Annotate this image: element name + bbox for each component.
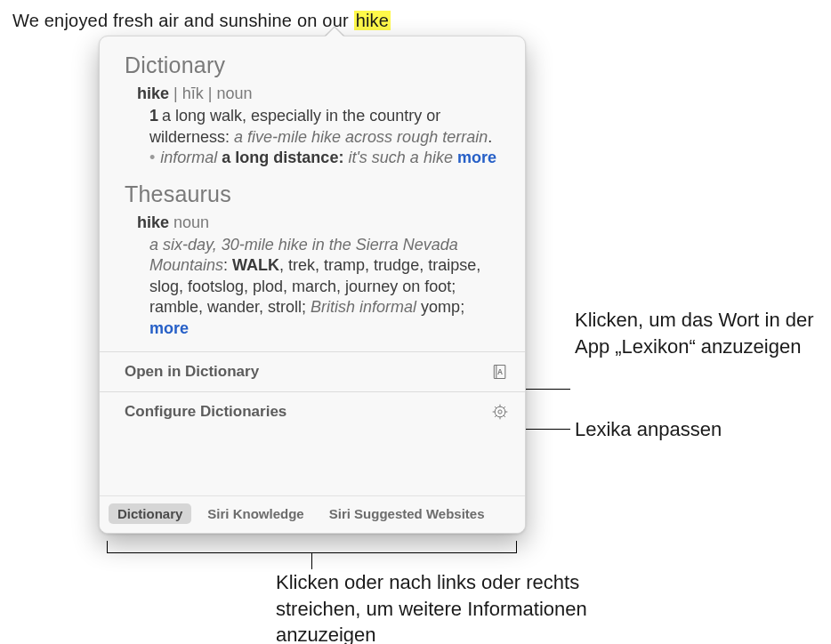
dictionary-app-icon: A — [491, 363, 509, 381]
svg-line-11 — [495, 415, 496, 417]
highlighted-word: hike — [354, 11, 391, 30]
svg-text:A: A — [497, 367, 503, 376]
thesaurus-part-of-speech: noun — [173, 213, 209, 231]
dictionary-subsense: •informal a long distance: it's such a h… — [149, 148, 500, 168]
thesaurus-more-link[interactable]: more — [149, 319, 189, 337]
source-tabbar: Dictionary Siri Knowledge Siri Suggested… — [100, 495, 525, 533]
tab-siri-suggested-websites[interactable]: Siri Suggested Websites — [320, 503, 494, 524]
sentence-prefix: We enjoyed fresh air and sunshine on our — [12, 11, 354, 30]
dictionary-sense-1: 1a long walk, especially in the country … — [149, 106, 500, 148]
thesaurus-primary-synonym: WALK — [232, 256, 279, 274]
dictionary-more-link[interactable]: more — [457, 149, 496, 166]
dictionary-pronunciation: | hīk | — [173, 85, 216, 102]
dictionary-example: a five-mile hike across rough terrain — [234, 128, 488, 146]
thesaurus-entry: hike noun a six-day, 30-mile hike in the… — [137, 213, 500, 339]
open-in-dictionary-row[interactable]: Open in Dictionary A — [100, 352, 525, 392]
tab-dictionary[interactable]: Dictionary — [109, 503, 191, 524]
svg-line-12 — [504, 407, 505, 408]
dictionary-entry: hike | hīk | noun 1a long walk, especial… — [137, 84, 500, 169]
open-in-dictionary-label: Open in Dictionary — [125, 363, 259, 381]
dictionary-headword: hike — [137, 85, 169, 102]
thesaurus-section-title: Thesaurus — [125, 181, 500, 207]
svg-point-3 — [495, 407, 505, 417]
gear-icon — [491, 403, 509, 421]
lookup-popover: Dictionary hike | hīk | noun 1a long wal… — [99, 36, 526, 534]
svg-line-10 — [504, 415, 505, 417]
thesaurus-headword: hike — [137, 213, 169, 231]
svg-line-9 — [495, 407, 496, 408]
svg-point-4 — [498, 410, 502, 414]
callout-configure: Lexika anpassen — [575, 416, 722, 443]
dictionary-part-of-speech: noun — [216, 85, 252, 102]
callout-open-in-app: Klicken, um das Wort in der App „Lexikon… — [575, 307, 831, 359]
tab-siri-knowledge[interactable]: Siri Knowledge — [198, 503, 312, 524]
dictionary-section-title: Dictionary — [125, 52, 500, 78]
callout-tabs: Klicken oder nach links oder rechts stre… — [276, 569, 596, 644]
configure-dictionaries-row[interactable]: Configure Dictionaries — [100, 392, 525, 431]
configure-dictionaries-label: Configure Dictionaries — [125, 403, 286, 421]
